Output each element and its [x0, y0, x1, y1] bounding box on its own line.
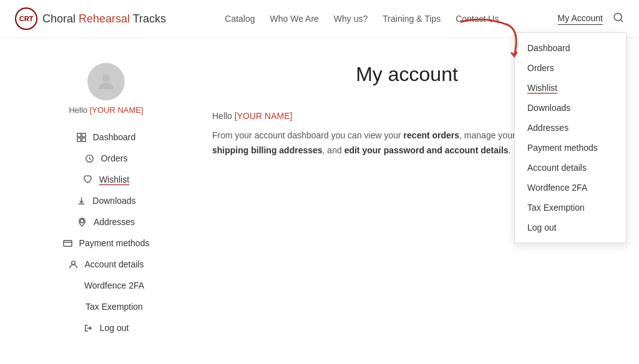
sidebar-addresses-label: Addresses	[94, 217, 135, 227]
dropdown-dashboard[interactable]: Dashboard	[515, 38, 626, 58]
sidebar-nav: Dashboard Orders Wish	[37, 127, 175, 338]
sidebar-orders-label: Orders	[101, 153, 128, 163]
avatar-section: Hello [YOUR NAME]	[37, 63, 175, 115]
avatar-greeting: Hello [YOUR NAME]	[69, 105, 143, 115]
dropdown-payment[interactable]: Payment methods	[515, 138, 626, 158]
my-account-link[interactable]: My Account	[558, 13, 603, 25]
dropdown-wishlist[interactable]: Wishlist	[515, 78, 626, 98]
sidebar-item-orders[interactable]: Orders	[82, 148, 130, 168]
header: CRT Choral Rehearsal Tracks Catalog Who …	[0, 0, 639, 38]
sidebar-wordfence-label: Wordfence 2FA	[84, 280, 144, 290]
logout-icon	[84, 323, 94, 333]
sidebar: Hello [YOUR NAME] Dashboard	[37, 63, 175, 338]
dropdown-addresses[interactable]: Addresses	[515, 118, 626, 138]
nav-why-us[interactable]: Why us?	[334, 14, 368, 24]
search-icon	[613, 12, 624, 23]
heart-icon	[83, 175, 93, 184]
dropdown-wordfence[interactable]: Wordfence 2FA	[515, 178, 626, 198]
dropdown-tax[interactable]: Tax Exemption	[515, 198, 626, 218]
sidebar-item-addresses[interactable]: Addresses	[75, 212, 137, 232]
svg-rect-5	[77, 138, 81, 141]
sidebar-logout-label: Log out	[100, 323, 129, 333]
wordfence-icon	[68, 280, 78, 290]
sidebar-item-tax[interactable]: Tax Exemption	[67, 297, 145, 317]
svg-point-8	[80, 219, 84, 223]
logo[interactable]: CRT Choral Rehearsal Tracks	[15, 7, 166, 30]
dropdown-account-details[interactable]: Account details	[515, 158, 626, 178]
sidebar-item-wishlist[interactable]: Wishlist	[80, 170, 132, 189]
pin-icon	[77, 217, 87, 227]
svg-line-1	[620, 19, 622, 21]
svg-rect-4	[82, 133, 86, 136]
svg-rect-3	[77, 133, 81, 136]
main-nav: Catalog Who We Are Why us? Training & Ti…	[225, 14, 499, 24]
sidebar-tax-label: Tax Exemption	[85, 302, 143, 312]
tax-icon	[69, 302, 79, 312]
nav-who-we-are[interactable]: Who We Are	[270, 14, 319, 24]
sidebar-payment-label: Payment methods	[79, 238, 150, 248]
sidebar-account-details-label: Account details	[85, 259, 144, 269]
logo-icon: CRT	[15, 7, 37, 30]
card-icon	[63, 238, 73, 248]
orders-icon	[85, 153, 95, 163]
sidebar-item-payment[interactable]: Payment methods	[61, 233, 152, 253]
avatar-username: [YOUR NAME]	[90, 105, 144, 115]
sidebar-wishlist-label: Wishlist	[99, 175, 129, 184]
nav-training[interactable]: Training & Tips	[383, 14, 441, 24]
dropdown-logout[interactable]: Log out	[515, 218, 626, 237]
sidebar-item-account-details[interactable]: Account details	[66, 254, 147, 274]
sidebar-dashboard-label: Dashboard	[93, 132, 136, 142]
nav-contact[interactable]: Contact Us	[456, 14, 499, 24]
svg-point-11	[72, 261, 76, 264]
search-button[interactable]	[613, 12, 624, 26]
description-text: From your account dashboard you can view…	[212, 128, 537, 158]
avatar-icon	[95, 70, 117, 93]
grid-icon	[77, 132, 87, 142]
svg-rect-9	[64, 240, 72, 246]
person-icon	[69, 259, 79, 269]
svg-point-2	[102, 74, 110, 82]
sidebar-item-downloads[interactable]: Downloads	[74, 191, 138, 211]
avatar	[87, 63, 125, 100]
nav-catalog[interactable]: Catalog	[225, 14, 255, 24]
download-icon	[76, 196, 86, 206]
main-username: [YOUR NAME]	[235, 111, 293, 121]
sidebar-item-logout[interactable]: Log out	[81, 318, 132, 338]
header-right: My Account	[558, 12, 624, 26]
sidebar-item-wordfence[interactable]: Wordfence 2FA	[66, 275, 147, 295]
account-dropdown: Dashboard Orders Wishlist Downloads Addr…	[514, 32, 627, 243]
svg-rect-6	[82, 138, 86, 141]
logo-text: Choral Rehearsal Tracks	[42, 12, 166, 26]
dropdown-downloads[interactable]: Downloads	[515, 98, 626, 118]
sidebar-item-dashboard[interactable]: Dashboard	[74, 127, 139, 147]
dropdown-orders[interactable]: Orders	[515, 58, 626, 78]
sidebar-downloads-label: Downloads	[92, 196, 135, 206]
